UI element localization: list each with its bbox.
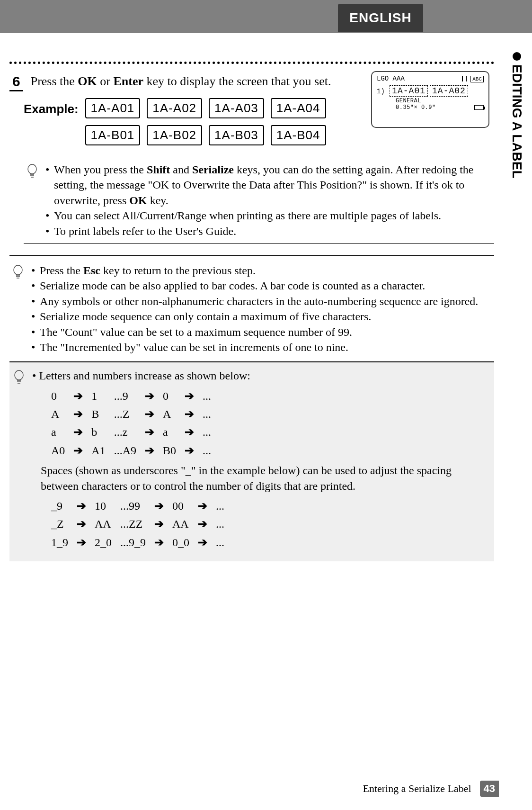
t: or: [97, 74, 114, 88]
svg-point-2: [15, 370, 23, 380]
note-item: The "Incremented by" value can be set in…: [31, 340, 491, 355]
lightbulb-icon: [12, 265, 26, 355]
lightbulb-icon: [13, 370, 27, 555]
label-box: 1A-B01: [85, 125, 141, 145]
note-item: When you press the Shift and Serialize k…: [45, 162, 491, 208]
label-box: 1A-B04: [271, 125, 326, 145]
side-tab-title: EDITING A LABEL: [509, 64, 524, 179]
increment-intro: • Letters and numbers increase as shown …: [32, 368, 490, 383]
page-number: 43: [480, 781, 499, 797]
example-label: Example:: [24, 98, 79, 117]
lcd-abc-badge: ABC: [470, 76, 484, 82]
note-item: Serialize mode sequence can only contain…: [31, 309, 491, 324]
step-number: 6: [9, 73, 23, 91]
battery-icon: [474, 105, 484, 110]
header-bar: ENGLISH: [0, 0, 532, 33]
spaces-text: Spaces (shown as underscores "_" in the …: [41, 463, 490, 494]
label-box: 1A-A03: [209, 98, 264, 118]
footer-title: Entering a Serialize Label: [363, 783, 471, 795]
t-bold: Enter: [113, 74, 143, 88]
side-section-tab: EDITING A LABEL: [501, 47, 532, 237]
note-block-1: When you press the Shift and Serialize k…: [24, 157, 494, 244]
lcd-label-1: 1A-A01: [390, 85, 428, 97]
lcd-mode: GENERAL: [396, 98, 421, 104]
dotted-divider: [9, 62, 494, 64]
label-box: 1A-A01: [85, 98, 141, 118]
page-footer: Entering a Serialize Label 43: [363, 781, 499, 797]
note-item: You can select All/Current/Range when pr…: [45, 208, 491, 223]
t: Press the: [31, 74, 78, 88]
note-item: Serialize mode can be also applied to ba…: [31, 278, 491, 293]
label-examples-grid: 1A-A01 1A-A02 1A-A03 1A-A04 1A-B01 1A-B0…: [85, 98, 326, 145]
page-content: 6 Press the OK or Enter key to display t…: [9, 47, 494, 772]
lcd-size: 0.35"× 0.9": [396, 104, 436, 111]
sequence-table-1: 0➔1...9➔0➔...A➔B...Z➔A➔...a➔b...z➔a➔...A…: [46, 387, 216, 460]
lcd-index: 1): [377, 88, 385, 95]
t-bold: OK: [78, 74, 97, 88]
label-box: 1A-B03: [209, 125, 264, 145]
t: key to display the screen that you set.: [143, 74, 331, 88]
label-box: 1A-A04: [271, 98, 326, 118]
lcd-label-2: 1A-A02: [430, 85, 468, 97]
increment-block: • Letters and numbers increase as shown …: [9, 362, 494, 561]
note-item: Press the Esc key to return to the previ…: [31, 263, 491, 278]
note-item: The "Count" value can be set to a maximu…: [31, 324, 491, 340]
lcd-screenshot: LGO AAA ABC 1) 1A-A011A-A02 GENERAL 0.35…: [371, 71, 489, 128]
label-box: 1A-A02: [147, 98, 202, 118]
note-block-2: Press the Esc key to return to the previ…: [9, 255, 494, 362]
note2-list: Press the Esc key to return to the previ…: [31, 263, 491, 355]
note-item: Any symbols or other non-alphanumeric ch…: [31, 294, 491, 309]
lcd-line1-left: LGO AAA: [377, 75, 405, 82]
svg-point-0: [28, 164, 36, 174]
note-item: To print labels refer to the User's Guid…: [45, 224, 491, 239]
svg-point-1: [14, 265, 22, 275]
bullet-icon: [513, 52, 521, 61]
label-box: 1A-B02: [147, 125, 202, 145]
lightbulb-icon: [27, 164, 40, 184]
sequence-table-2: _9➔10...99➔00➔..._Z➔AA...ZZ➔AA➔...1_9➔2_…: [46, 496, 229, 552]
note1-list: When you press the Shift and Serialize k…: [45, 162, 491, 239]
language-tab: ENGLISH: [338, 4, 423, 32]
